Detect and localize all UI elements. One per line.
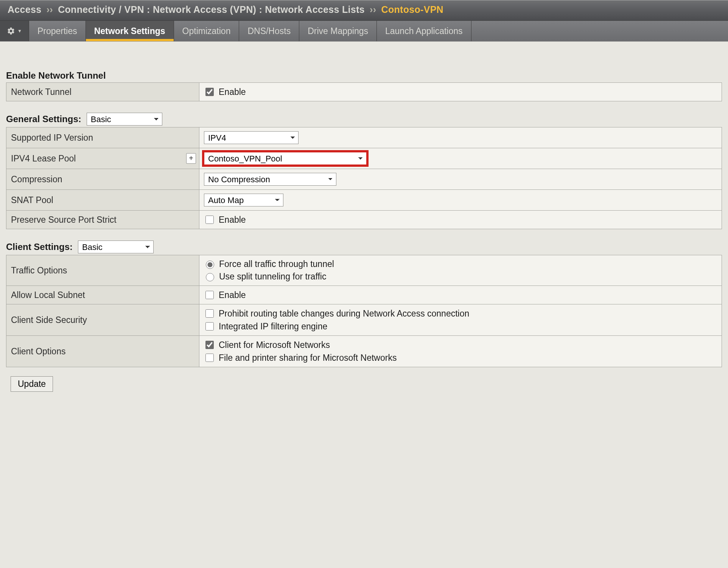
label-client-options: Client Options <box>6 336 199 367</box>
radio-label: Use split tunneling for traffic <box>219 272 326 282</box>
css-checkbox[interactable] <box>205 309 214 318</box>
breadcrumb-path[interactable]: Connectivity / VPN : Network Access (VPN… <box>58 4 365 15</box>
checkbox-label: Enable <box>219 87 246 97</box>
settings-menu-button[interactable]: ▼ <box>0 21 29 41</box>
tab-properties[interactable]: Properties <box>29 21 86 41</box>
label-supported-ip-version: Supported IP Version <box>6 127 199 148</box>
allow-local-subnet-enable[interactable]: Enable <box>204 290 717 300</box>
client-level-select[interactable]: Basic <box>78 241 154 253</box>
enable-tunnel-table: Network Tunnel Enable <box>6 82 722 101</box>
preserve-source-port-checkbox[interactable] <box>205 216 214 224</box>
tab-label: Network Settings <box>94 26 165 36</box>
tab-label: Optimization <box>182 26 231 36</box>
section-title-client: Client Settings: Basic <box>6 241 724 253</box>
label-compression: Compression <box>6 169 199 190</box>
css-ip-filtering[interactable]: Integrated IP filtering engine <box>204 321 717 332</box>
tab-launch-applications[interactable]: Launch Applications <box>377 21 471 41</box>
ipv4-lease-pool-select[interactable]: Contoso_VPN_Pool <box>204 152 367 165</box>
copt-client-ms-networks[interactable]: Client for Microsoft Networks <box>204 340 717 350</box>
label-preserve-source-port: Preserve Source Port Strict <box>6 211 199 229</box>
tab-drive-mappings[interactable]: Drive Mappings <box>299 21 377 41</box>
section-title-enable-tunnel: Enable Network Tunnel <box>6 70 724 81</box>
traffic-option-radio[interactable] <box>206 273 214 281</box>
section-title-general: General Settings: Basic <box>6 113 724 126</box>
gear-icon: ▼ <box>7 27 22 35</box>
checkbox-label: Enable <box>219 215 246 225</box>
copt-checkbox[interactable] <box>205 354 214 362</box>
label-snat-pool: SNAT Pool <box>6 190 199 211</box>
update-button[interactable]: Update <box>11 376 53 392</box>
tab-dns-hosts[interactable]: DNS/Hosts <box>239 21 299 41</box>
tab-network-settings[interactable]: Network Settings <box>86 21 174 41</box>
traffic-option-force-all[interactable]: Force all traffic through tunnel <box>204 259 717 269</box>
client-settings-table: Traffic Options Force all traffic throug… <box>6 255 722 367</box>
copt-checkbox[interactable] <box>205 341 214 349</box>
section-title-text: Enable Network Tunnel <box>6 70 106 81</box>
section-title-text: General Settings: <box>6 114 81 124</box>
breadcrumb-current[interactable]: Contoso-VPN <box>381 4 443 15</box>
breadcrumb: Access ›› Connectivity / VPN : Network A… <box>0 0 728 20</box>
label-allow-local-subnet: Allow Local Subnet <box>6 286 199 304</box>
tab-label: DNS/Hosts <box>247 26 291 36</box>
network-tunnel-enable[interactable]: Enable <box>204 87 717 97</box>
preserve-source-port-enable[interactable]: Enable <box>204 214 717 225</box>
breadcrumb-sep: ›› <box>367 4 378 15</box>
tab-optimization[interactable]: Optimization <box>174 21 240 41</box>
label-traffic-options: Traffic Options <box>6 255 199 286</box>
traffic-option-radio[interactable] <box>206 261 214 269</box>
label-ipv4-lease-pool: IPV4 Lease Pool + <box>6 148 199 169</box>
general-level-select[interactable]: Basic <box>87 113 162 126</box>
supported-ip-version-select[interactable]: IPV4 <box>204 131 299 144</box>
label-network-tunnel: Network Tunnel <box>6 83 199 101</box>
tab-strip: ▼ Properties Network Settings Optimizati… <box>0 20 728 42</box>
tab-label: Drive Mappings <box>308 26 368 36</box>
caret-down-icon: ▼ <box>17 28 22 34</box>
checkbox-label: Prohibit routing table changes during Ne… <box>219 309 469 319</box>
checkbox-label: Integrated IP filtering engine <box>219 321 327 332</box>
css-prohibit-routing[interactable]: Prohibit routing table changes during Ne… <box>204 308 717 319</box>
copt-file-print-sharing[interactable]: File and printer sharing for Microsoft N… <box>204 352 717 363</box>
label-client-side-security: Client Side Security <box>6 304 199 336</box>
tab-label: Launch Applications <box>385 26 463 36</box>
label-text: IPV4 Lease Pool <box>11 154 76 163</box>
checkbox-label: File and printer sharing for Microsoft N… <box>219 353 397 363</box>
checkbox-label: Enable <box>219 290 246 300</box>
compression-select[interactable]: No Compression <box>204 173 336 186</box>
general-settings-table: Supported IP Version IPV4 IPV4 Lease Poo… <box>6 127 722 229</box>
network-tunnel-checkbox[interactable] <box>205 88 214 96</box>
radio-label: Force all traffic through tunnel <box>219 259 334 269</box>
allow-local-subnet-checkbox[interactable] <box>205 291 214 299</box>
section-title-text: Client Settings: <box>6 242 73 252</box>
tab-label: Properties <box>37 26 77 36</box>
breadcrumb-root[interactable]: Access <box>8 4 41 15</box>
checkbox-label: Client for Microsoft Networks <box>219 340 330 350</box>
css-checkbox[interactable] <box>205 322 214 331</box>
breadcrumb-sep: ›› <box>44 4 55 15</box>
snat-pool-select[interactable]: Auto Map <box>204 194 283 206</box>
traffic-option-split-tunnel[interactable]: Use split tunneling for traffic <box>204 272 717 282</box>
add-lease-pool-button[interactable]: + <box>186 153 196 164</box>
